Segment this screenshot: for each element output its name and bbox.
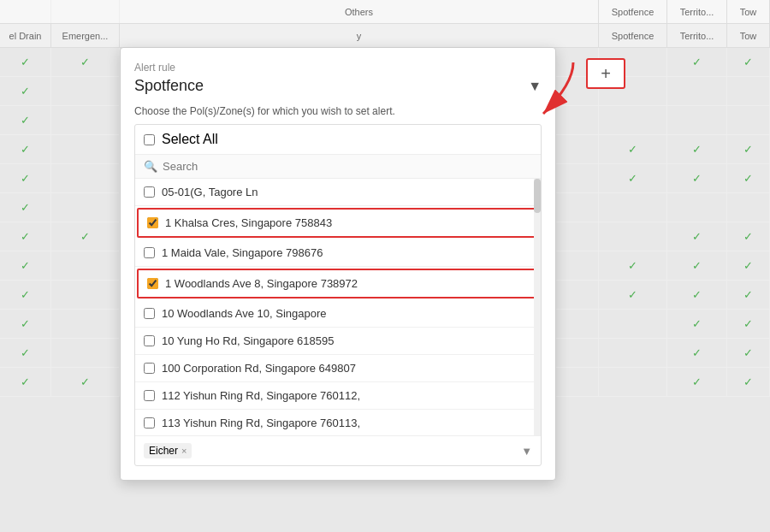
list-item-checkbox[interactable] [144, 335, 155, 346]
cell-tow: ✓ [727, 281, 770, 309]
scrollbar-track[interactable] [534, 179, 541, 435]
list-item-label: 1 Khalsa Cres, Singapore 758843 [165, 216, 332, 229]
tag-label: Eicher [149, 445, 178, 457]
dropdown-value: Spotfence [134, 77, 204, 95]
list-item-label: 100 Corporation Rd, Singapore 649807 [162, 362, 356, 375]
cell-spotfence [599, 339, 667, 367]
list-item[interactable]: 1 Maida Vale, Singapore 798676 [135, 239, 541, 267]
list-item[interactable]: 113 Yishun Ring Rd, Singapore 760113, [135, 410, 541, 435]
cell-el-drain: ✓ [0, 368, 51, 396]
select-all-checkbox[interactable] [144, 134, 155, 145]
cell-territo: ✓ [667, 339, 727, 367]
cell-spotfence: ✓ [599, 135, 667, 163]
cell-territo: ✓ [667, 368, 727, 396]
select-all-row[interactable]: Select All [135, 125, 541, 155]
col-territo-header: Territo... [667, 0, 727, 23]
cell-spotfence: ✓ [599, 251, 667, 280]
scrollbar-thumb[interactable] [534, 179, 541, 213]
cell-tow: ✓ [727, 222, 770, 251]
col-y: y [120, 24, 599, 47]
col-spotfence-sub: Spotfence [599, 24, 667, 47]
cell-territo: ✓ [667, 251, 727, 280]
plus-button[interactable]: + [586, 58, 625, 89]
cell-el-drain: ✓ [0, 135, 51, 163]
list-item[interactable]: 1 Khalsa Cres, Singapore 758843 [137, 208, 539, 238]
dropdown-arrow-icon[interactable]: ▼ [528, 79, 542, 94]
cell-emergen: ✓ [51, 368, 120, 396]
col-tow-sub: Tow [727, 24, 770, 47]
cell-territo [667, 77, 727, 105]
cell-tow: ✓ [727, 164, 770, 192]
list-item-label: 05-01(G, Tagore Ln [162, 186, 258, 198]
search-icon: 🔍 [144, 160, 157, 173]
cell-emergen [51, 310, 120, 338]
cell-el-drain: ✓ [0, 251, 51, 280]
list-item[interactable]: 10 Woodlands Ave 10, Singapore [135, 300, 541, 328]
list-item-checkbox[interactable] [144, 308, 155, 319]
listbox: Select All 🔍 05-01(G, Tagore Ln1 Khalsa … [134, 124, 542, 466]
list-item-checkbox[interactable] [147, 278, 158, 289]
list-item-checkbox[interactable] [144, 247, 155, 258]
list-item[interactable]: 100 Corporation Rd, Singapore 649807 [135, 355, 541, 382]
col-tow-header: Tow [727, 0, 770, 23]
cell-tow [727, 193, 770, 222]
cell-el-drain: ✓ [0, 339, 51, 367]
table-header: Others Spotfence Territo... Tow [0, 0, 770, 24]
search-row: 🔍 [135, 155, 541, 179]
list-item[interactable]: 05-01(G, Tagore Ln [135, 179, 541, 206]
list-item[interactable]: 112 Yishun Ring Rd, Singapore 760112, [135, 382, 541, 410]
cell-emergen [51, 106, 120, 134]
cell-emergen [51, 164, 120, 192]
cell-emergen [51, 251, 120, 280]
list-item-checkbox[interactable] [147, 217, 158, 228]
cell-el-drain: ✓ [0, 106, 51, 134]
cell-tow: ✓ [727, 339, 770, 367]
list-item[interactable]: 10 Yung Ho Rd, Singapore 618595 [135, 328, 541, 355]
cell-spotfence [599, 193, 667, 222]
select-all-label: Select All [162, 132, 218, 147]
plus-icon: + [601, 64, 611, 84]
cell-emergen: ✓ [51, 48, 120, 76]
cell-tow: ✓ [727, 135, 770, 163]
list-item-checkbox[interactable] [144, 417, 155, 429]
cell-emergen [51, 281, 120, 309]
cell-tow [727, 106, 770, 134]
dropdown-row[interactable]: Spotfence ▼ [134, 77, 542, 95]
table-subheader: el Drain Emergen... y Spotfence Territo.… [0, 24, 770, 48]
cell-el-drain: ✓ [0, 164, 51, 192]
cell-emergen: ✓ [51, 222, 120, 251]
list-item-label: 1 Maida Vale, Singapore 798676 [162, 246, 323, 259]
list-item-checkbox[interactable] [144, 390, 155, 401]
choose-label: Choose the Pol(s)/Zone(s) for which you … [134, 105, 542, 117]
list-item-label: 10 Woodlands Ave 10, Singapore [162, 307, 327, 320]
alert-rule-panel: Alert rule Spotfence ▼ Choose the Pol(s)… [120, 47, 556, 481]
cell-tow: ✓ [727, 48, 770, 76]
cell-el-drain: ✓ [0, 193, 51, 222]
cell-el-drain: ✓ [0, 310, 51, 338]
cell-tow [727, 77, 770, 105]
footer-dropdown-icon[interactable]: ▼ [521, 445, 532, 458]
cell-emergen [51, 135, 120, 163]
col-emergen: Emergen... [51, 24, 120, 47]
list-item-label: 1 Woodlands Ave 8, Singapore 738972 [165, 277, 358, 290]
col-others: Others [120, 0, 599, 23]
cell-territo: ✓ [667, 48, 727, 76]
list-item-label: 113 Yishun Ring Rd, Singapore 760113, [162, 417, 360, 429]
col-el-drain: el Drain [0, 24, 51, 47]
cell-emergen [51, 193, 120, 222]
cell-territo [667, 106, 727, 134]
list-item-checkbox[interactable] [144, 363, 155, 374]
tag-close-icon[interactable]: × [181, 446, 187, 456]
search-input[interactable] [163, 160, 532, 173]
cell-territo: ✓ [667, 164, 727, 192]
cell-territo: ✓ [667, 135, 727, 163]
cell-territo: ✓ [667, 310, 727, 338]
list-item[interactable]: 1 Woodlands Ave 8, Singapore 738972 [137, 269, 539, 299]
cell-el-drain: ✓ [0, 48, 51, 76]
cell-spotfence: ✓ [599, 164, 667, 192]
cell-territo: ✓ [667, 281, 727, 309]
list-item-checkbox[interactable] [144, 186, 155, 198]
cell-spotfence [599, 222, 667, 251]
cell-spotfence: ✓ [599, 281, 667, 309]
list-item-label: 112 Yishun Ring Rd, Singapore 760112, [162, 389, 360, 402]
